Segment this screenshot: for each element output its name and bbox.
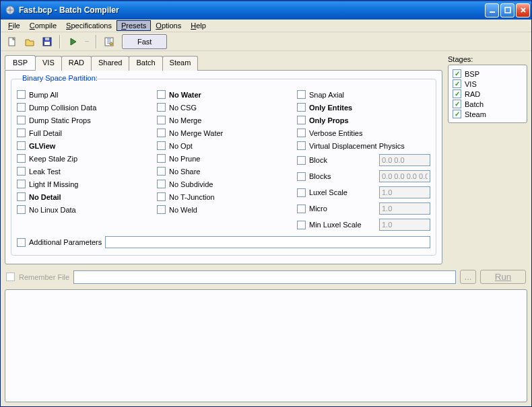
option-full-detail: Full Detail: [17, 128, 152, 137]
close-button[interactable]: [516, 3, 530, 17]
options-column-2: No WaterNo CSGNo MergeNo Merge WaterNo O…: [157, 90, 292, 231]
menubar: FileCompileSpecificationsPresetsOptionsH…: [1, 20, 531, 32]
stage-checkbox[interactable]: [453, 69, 461, 78]
checkbox[interactable]: [17, 116, 26, 124]
checkbox-label: No Prune: [169, 155, 200, 163]
checkbox[interactable]: [157, 154, 166, 163]
run-button[interactable]: Run: [480, 270, 526, 284]
checkbox[interactable]: [157, 192, 166, 201]
checkbox[interactable]: [297, 156, 306, 165]
value-input[interactable]: [379, 186, 430, 198]
option-virtual-displacement-physics: Virtual Displacement Physics: [297, 141, 430, 150]
tab-rad[interactable]: RAD: [61, 56, 92, 71]
option-no-detail: No Detail: [17, 192, 152, 201]
checkbox[interactable]: [157, 205, 166, 214]
checkbox[interactable]: [157, 90, 166, 99]
browse-button[interactable]: ...: [460, 270, 476, 284]
stage-checkbox[interactable]: [453, 110, 461, 118]
checkbox-label: No Weld: [169, 206, 197, 214]
checkbox[interactable]: [297, 116, 306, 124]
stage-label: BSP: [465, 70, 479, 78]
additional-params-checkbox[interactable]: [17, 238, 26, 247]
preset-name-display[interactable]: Fast: [122, 34, 167, 49]
checkbox[interactable]: [157, 167, 166, 176]
checkbox-label: Light If Missing: [29, 180, 78, 188]
menu-presets[interactable]: Presets: [117, 20, 151, 31]
value-input[interactable]: [379, 219, 430, 231]
checkbox[interactable]: [17, 141, 26, 150]
tab-panel: Binary Space Partition: Bump AllDump Col…: [5, 70, 442, 264]
preset-icon-button[interactable]: [102, 34, 117, 49]
stage-checkbox[interactable]: [453, 100, 461, 108]
open-file-button[interactable]: [22, 34, 37, 49]
stage-checkbox[interactable]: [453, 79, 461, 88]
tab-bsp[interactable]: BSP: [5, 55, 36, 70]
checkbox[interactable]: [297, 103, 306, 112]
options-dropdown-button[interactable]: [83, 34, 91, 49]
tab-steam[interactable]: Steam: [162, 56, 199, 71]
remember-file-input[interactable]: [73, 270, 456, 284]
checkbox[interactable]: [17, 128, 26, 137]
svg-rect-7: [85, 41, 89, 42]
checkbox[interactable]: [17, 180, 26, 188]
checkbox[interactable]: [17, 205, 26, 214]
checkbox[interactable]: [297, 128, 306, 137]
checkbox[interactable]: [157, 180, 166, 188]
checkbox[interactable]: [157, 103, 166, 112]
stages-panel-wrap: Stages: BSPVISRADBatchSteam: [448, 55, 527, 264]
options-column-1: Bump AllDump Collision DataDump Static P…: [17, 90, 152, 231]
additional-params-label: Additional Parameters: [29, 238, 102, 246]
checkbox[interactable]: [17, 192, 26, 201]
checkbox-label: No Detail: [29, 193, 61, 201]
client-area: BSPVISRADSharedBatchSteam Binary Space P…: [1, 51, 531, 406]
checkbox[interactable]: [17, 167, 26, 176]
remember-file-checkbox[interactable]: [6, 272, 15, 281]
checkbox[interactable]: [17, 103, 26, 112]
menu-help[interactable]: Help: [186, 20, 211, 31]
checkbox[interactable]: [297, 141, 306, 150]
stage-bsp: BSP: [453, 69, 523, 78]
option-luxel-scale: Luxel Scale: [297, 186, 430, 198]
value-input[interactable]: [379, 202, 430, 215]
menu-compile[interactable]: Compile: [25, 20, 61, 31]
option-no-subdivide: No Subdivide: [157, 180, 292, 188]
option-no-merge-water: No Merge Water: [157, 128, 292, 137]
value-input[interactable]: [379, 170, 430, 182]
checkbox-label: Bump All: [29, 91, 58, 99]
maximize-button[interactable]: [500, 3, 514, 17]
checkbox[interactable]: [297, 205, 306, 213]
stage-rad: RAD: [453, 89, 523, 98]
tab-batch[interactable]: Batch: [129, 56, 162, 71]
checkbox[interactable]: [17, 154, 26, 163]
checkbox[interactable]: [297, 221, 306, 229]
option-min-luxel-scale: Min Luxel Scale: [297, 219, 430, 231]
new-file-button[interactable]: [5, 34, 20, 49]
checkbox[interactable]: [297, 188, 306, 197]
tab-shared[interactable]: Shared: [91, 56, 129, 71]
checkbox[interactable]: [157, 116, 166, 124]
run-compile-button[interactable]: [65, 34, 80, 49]
additional-params-row: Additional Parameters: [17, 236, 430, 248]
options-column-3: Snap AxialOnly EntitesOnly PropsVerbose …: [297, 90, 430, 231]
menu-options[interactable]: Options: [151, 20, 186, 31]
checkbox[interactable]: [157, 128, 166, 137]
minimize-button[interactable]: [485, 3, 499, 17]
value-input[interactable]: [379, 154, 430, 166]
titlebar: Fast.bcp - Batch Compiler: [1, 1, 531, 20]
menu-file[interactable]: File: [3, 20, 25, 31]
svg-rect-1: [490, 11, 495, 13]
checkbox[interactable]: [17, 90, 26, 99]
stage-checkbox[interactable]: [453, 89, 461, 98]
option-only-props: Only Props: [297, 116, 430, 124]
save-file-button[interactable]: [40, 34, 55, 49]
option-light-if-missing: Light If Missing: [17, 180, 152, 188]
checkbox-label: No Merge Water: [169, 129, 223, 137]
tab-vis[interactable]: VIS: [35, 56, 62, 71]
checkbox[interactable]: [157, 141, 166, 150]
checkbox[interactable]: [297, 172, 306, 181]
additional-params-input[interactable]: [105, 236, 430, 248]
stage-label: RAD: [465, 90, 480, 98]
menu-specifications[interactable]: Specifications: [61, 20, 117, 31]
option-no-csg: No CSG: [157, 103, 292, 112]
checkbox[interactable]: [297, 90, 306, 99]
